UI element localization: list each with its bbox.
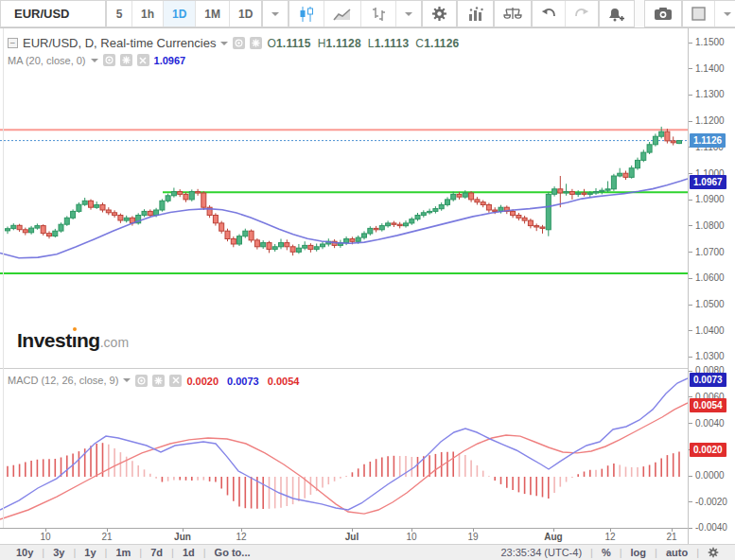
range-button-1m[interactable]: 1m <box>107 547 139 558</box>
price-tick-label: 1.1500 <box>695 37 725 47</box>
camera-icon[interactable] <box>645 1 681 26</box>
time-label[interactable]: 12 <box>604 532 615 542</box>
redo-icon[interactable] <box>565 1 598 26</box>
time-label[interactable]: Aug <box>544 532 562 542</box>
interval-dropdown[interactable] <box>262 0 289 27</box>
interval-button-1d[interactable]: 1D <box>163 1 195 26</box>
time-label[interactable]: 12 <box>236 532 246 542</box>
time-label[interactable]: Jul <box>345 532 359 542</box>
range-button-3y[interactable]: 3y <box>44 547 73 558</box>
symbol-input[interactable]: EUR/USD <box>1 1 105 26</box>
price-tick-mark <box>689 200 692 201</box>
time-label[interactable]: 10 <box>406 532 416 542</box>
ma-caret-icon[interactable] <box>91 59 98 62</box>
range-button-10y[interactable]: 10y <box>8 547 42 558</box>
clock-label: 23:35:34 (UTC-4) <box>492 547 590 558</box>
macd-tick-label: -0.0020 <box>695 497 727 507</box>
time-label[interactable]: 21 <box>101 532 112 542</box>
price-tick-mark <box>689 278 692 279</box>
ma-title: MA (20, close, 0) <box>8 55 86 66</box>
macd-pane[interactable] <box>0 368 688 528</box>
macd-legend: MACD (12, 26, close, 9) 0.0020 0.0073 0.… <box>8 372 305 389</box>
macd-tick-mark <box>689 528 692 529</box>
macd-value: 0.0020 <box>186 376 221 387</box>
chart-type-dropdown-caret-icon[interactable] <box>395 1 421 26</box>
alert-add-bell-icon[interactable] <box>600 1 634 26</box>
macd-caret-icon[interactable] <box>123 378 131 382</box>
price-tick-label: 1.0900 <box>695 194 725 204</box>
macd-value-badge: 0.0073 <box>690 373 726 387</box>
price-tick-mark <box>689 121 692 122</box>
settings-gear-icon[interactable] <box>423 1 456 26</box>
visibility-eye-icon[interactable] <box>233 37 245 49</box>
macd-tick-mark <box>689 476 692 477</box>
ma-gear-icon[interactable] <box>120 54 132 66</box>
time-label[interactable]: 21 <box>666 532 676 542</box>
layout-dropdown-caret-icon[interactable] <box>714 1 735 26</box>
interval-dropdown-caret-icon[interactable] <box>263 1 288 26</box>
goto-button[interactable]: Go to... <box>206 547 259 558</box>
symbol-group: EUR/USD <box>0 0 106 27</box>
ohlc-c: C1.1126 <box>415 37 463 50</box>
price-pane[interactable] <box>0 28 688 368</box>
chart-type-group <box>289 0 422 27</box>
price-tick-label: 1.1400 <box>695 63 725 74</box>
alert-group <box>599 0 635 27</box>
price-axis[interactable]: 1.15001.14001.13001.12001.11001.10001.09… <box>688 28 735 544</box>
macd-tick-mark <box>689 423 692 424</box>
compare-scales-icon[interactable] <box>495 1 531 26</box>
interval-button-1d[interactable]: 1D <box>229 1 261 26</box>
undo-icon[interactable] <box>533 1 565 26</box>
chart-title-caret-icon[interactable] <box>220 42 228 45</box>
macd-close-icon[interactable] <box>169 375 182 387</box>
interval-button-1h[interactable]: 1h <box>131 1 163 26</box>
percent-scale-button[interactable]: % <box>593 547 620 558</box>
bars-chart-icon[interactable] <box>360 1 395 26</box>
range-button-7d[interactable]: 7d <box>142 547 171 558</box>
scale-controls: 23:35:34 (UTC-4)|%|log|auto| <box>492 547 735 558</box>
ma-close-icon[interactable] <box>137 54 149 66</box>
macd-tick-mark <box>689 371 692 372</box>
series-settings-gear-icon[interactable] <box>250 37 262 49</box>
ma-value-badge: 1.0967 <box>690 175 726 189</box>
area-chart-icon[interactable] <box>324 1 360 26</box>
candlestick-chart-icon[interactable] <box>289 1 324 26</box>
macd-value-badge: 0.0020 <box>690 443 726 457</box>
price-tick-mark <box>689 225 692 226</box>
interval-button-5[interactable]: 5 <box>107 1 131 26</box>
undo-redo-group <box>532 0 599 27</box>
auto-scale-button[interactable]: auto <box>657 547 696 558</box>
range-button-1y[interactable]: 1y <box>76 547 104 558</box>
compare-group <box>494 0 532 27</box>
time-axis[interactable]: 1021Jun12Jul1019Aug1221 <box>0 528 688 544</box>
bottom-toolbar: 10y|3y|1y|1m|7d|1d|Go to... 23:35:34 (UT… <box>0 544 735 560</box>
layout-square-icon[interactable] <box>683 1 714 26</box>
macd-eye-icon[interactable] <box>135 375 148 387</box>
price-tick-mark <box>689 252 692 253</box>
chart-title: EUR/USD, D, Real-time Currencies <box>23 36 216 50</box>
time-label[interactable]: 10 <box>40 532 50 542</box>
range-button-1d[interactable]: 1d <box>174 547 203 558</box>
interval-button-1m[interactable]: 1M <box>195 1 229 26</box>
time-label[interactable]: Jun <box>174 532 191 542</box>
collapse-pane-icon[interactable]: − <box>8 38 18 48</box>
ma-eye-icon[interactable] <box>103 54 115 66</box>
macd-value: 0.0073 <box>227 376 262 387</box>
price-tick-label: 1.0300 <box>695 351 725 361</box>
top-toolbar: EUR/USD 51h1D1M1D <box>0 0 735 28</box>
ohlc-values: O1.1115 H1.1128 L1.1113 C1.1126 <box>267 37 463 50</box>
axis-settings-gear-icon[interactable] <box>699 547 727 558</box>
log-scale-button[interactable]: log <box>622 547 656 558</box>
ohlc-l: L1.1113 <box>368 37 416 50</box>
ohlc-o: O1.1115 <box>267 37 317 50</box>
price-tick-mark <box>689 357 692 358</box>
macd-gear-icon[interactable] <box>152 375 165 387</box>
price-tick-label: 1.0500 <box>695 299 725 309</box>
macd-tick-label: 0.0000 <box>695 470 725 481</box>
indicators-icon[interactable] <box>458 1 493 26</box>
time-label[interactable]: 19 <box>467 532 478 542</box>
trading-chart-app: EUR/USD 51h1D1M1D <box>0 0 735 560</box>
pane-left-edge <box>3 28 4 528</box>
main-legend: − EUR/USD, D, Real-time Currencies O1.11… <box>8 36 463 50</box>
price-tick-label: 1.1300 <box>695 89 725 99</box>
